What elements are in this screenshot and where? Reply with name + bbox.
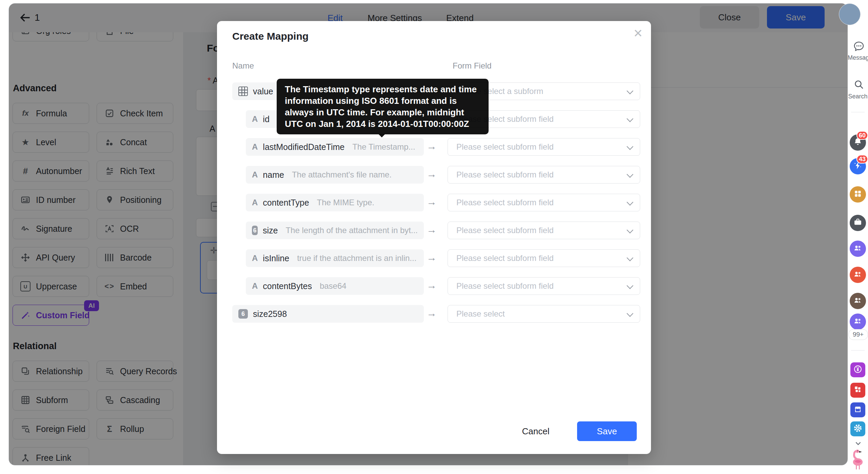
dock-divider xyxy=(851,350,865,350)
dock-sidebar: Message Search 6043 xyxy=(848,0,868,474)
arrow-right-icon: → xyxy=(427,252,437,263)
number-type-icon: 6 xyxy=(252,226,258,235)
people-icon xyxy=(853,296,863,306)
modal-title: Create Mapping xyxy=(232,31,309,42)
arrow-right-icon: → xyxy=(427,280,437,291)
chevron-down-icon xyxy=(627,88,633,94)
chevron-down-icon xyxy=(627,143,633,150)
chevron-down-icon xyxy=(627,254,633,261)
create-mapping-modal: Create Mapping ✕ Name Form Field value→P… xyxy=(217,21,651,454)
yen-icon xyxy=(853,364,863,375)
shop-icon xyxy=(853,405,862,415)
arrow-right-icon: → xyxy=(427,196,437,208)
mapping-row-name-lastModifiedDateTime: AlastModifiedDateTimeThe Timestamp... xyxy=(246,138,424,156)
gear-icon xyxy=(853,424,862,434)
mapping-row-select-size[interactable]: Please select subform field xyxy=(448,222,640,239)
dock-app-group-red[interactable] xyxy=(850,267,866,283)
dock-app-group-purple-2[interactable] xyxy=(850,314,866,330)
people-icon xyxy=(853,269,863,280)
arrow-right-icon: → xyxy=(427,224,437,235)
dock-app-store-app[interactable] xyxy=(850,402,865,417)
mapping-row-select-contentBytes[interactable]: Please select subform field xyxy=(448,277,640,295)
search-label: Search xyxy=(848,93,868,100)
mapping-row-select-contentType[interactable]: Please select subform field xyxy=(448,194,640,211)
dock-app-finance-app[interactable] xyxy=(850,362,865,377)
mapping-row-name-size2598: 6size2598 xyxy=(232,305,424,323)
dock-app-blocks-app[interactable] xyxy=(850,383,865,398)
number-type-icon: 6 xyxy=(238,309,248,319)
mapping-row-name-size: 6sizeThe length of the attachment in byt… xyxy=(246,222,424,239)
arrow-right-icon: → xyxy=(427,307,437,319)
chevron-down-icon xyxy=(627,227,633,233)
briefcase-icon xyxy=(853,217,863,228)
overflow-badge[interactable]: 99+ xyxy=(848,329,868,340)
message-label: Message xyxy=(848,54,868,61)
dock-app-group-purple[interactable] xyxy=(850,241,866,257)
notification-badge: 43 xyxy=(856,155,868,164)
text-type-icon: A xyxy=(252,114,258,124)
mapping-row-select-isInline[interactable]: Please select subform field xyxy=(448,249,640,267)
modal-save-button[interactable]: Save xyxy=(577,421,637,441)
chevron-down-icon xyxy=(627,171,633,178)
dock-app-briefcase-app[interactable] xyxy=(850,215,866,231)
chevron-down-icon xyxy=(627,199,633,206)
arrow-right-icon: → xyxy=(427,140,437,152)
mapping-row-name-name: AnameThe attachment's file name. xyxy=(246,166,424,184)
arrow-right-icon: → xyxy=(427,168,437,180)
mapping-row-name-contentType: AcontentTypeThe MIME type. xyxy=(246,194,424,211)
timestamp-tooltip: The Timestamp type represents date and t… xyxy=(277,79,489,134)
dock-app-group-brown[interactable] xyxy=(850,293,866,309)
search-icon[interactable] xyxy=(853,79,865,92)
cancel-button[interactable]: Cancel xyxy=(511,421,560,441)
flamingo-sticker[interactable] xyxy=(850,447,866,473)
grid-icon xyxy=(853,189,862,200)
mapping-row-name-contentBytes: AcontentBytesbase64 xyxy=(246,277,424,295)
table-icon xyxy=(238,87,248,96)
mapping-row-select-size2598[interactable]: Please select xyxy=(448,305,640,323)
mapping-row-select-name[interactable]: Please select subform field xyxy=(448,166,640,184)
text-type-icon: A xyxy=(252,142,258,152)
dock-app-workplace[interactable] xyxy=(850,186,866,203)
chevron-down-icon xyxy=(627,310,633,317)
text-type-icon: A xyxy=(252,253,258,263)
mapping-row-select-lastModifiedDateTime[interactable]: Please select subform field xyxy=(448,138,640,156)
modal-close-icon[interactable]: ✕ xyxy=(633,26,643,40)
chevron-down-icon xyxy=(627,115,633,122)
dock-divider xyxy=(851,112,865,112)
message-icon[interactable] xyxy=(853,41,865,54)
people-icon xyxy=(853,243,863,254)
mapping-row-name-isInline: AisInlinetrue if the attachment is an in… xyxy=(246,249,424,267)
column-header-form-field: Form Field xyxy=(453,61,492,71)
text-type-icon: A xyxy=(252,170,258,179)
people-icon xyxy=(853,316,863,327)
avatar[interactable] xyxy=(839,3,861,25)
notification-badge: 60 xyxy=(856,131,868,140)
dock-app-settings-app[interactable] xyxy=(850,421,865,436)
chevron-down-icon xyxy=(627,282,633,289)
text-type-icon: A xyxy=(252,281,258,291)
column-header-name: Name xyxy=(232,61,254,71)
blocks-icon xyxy=(853,385,862,395)
text-type-icon: A xyxy=(252,198,258,207)
